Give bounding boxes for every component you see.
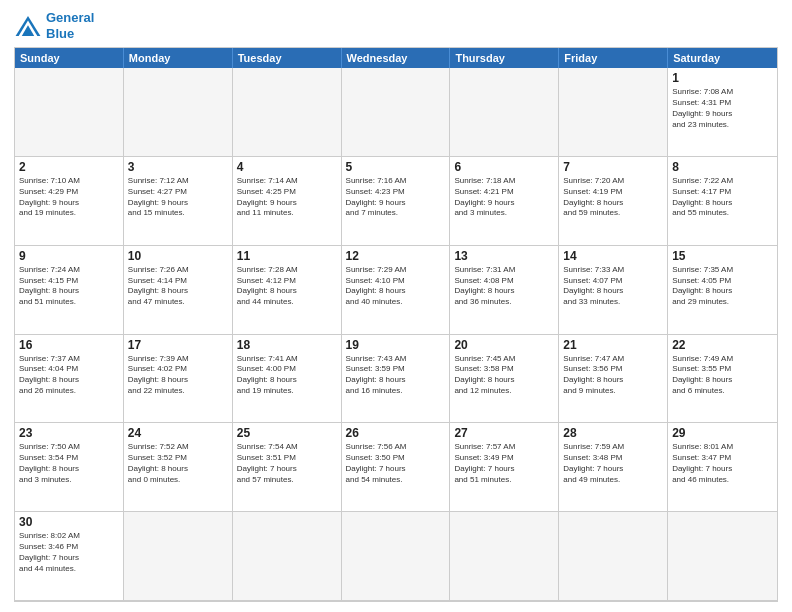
day-info: Sunrise: 7:41 AM Sunset: 4:00 PM Dayligh… (237, 354, 337, 397)
table-row (559, 512, 668, 601)
day-number: 9 (19, 249, 119, 263)
day-info: Sunrise: 7:45 AM Sunset: 3:58 PM Dayligh… (454, 354, 554, 397)
day-info: Sunrise: 7:14 AM Sunset: 4:25 PM Dayligh… (237, 176, 337, 219)
day-number: 24 (128, 426, 228, 440)
day-info: Sunrise: 7:31 AM Sunset: 4:08 PM Dayligh… (454, 265, 554, 308)
table-row (233, 512, 342, 601)
header-sunday: Sunday (15, 48, 124, 68)
table-row (559, 68, 668, 157)
table-row (233, 68, 342, 157)
day-number: 26 (346, 426, 446, 440)
day-number: 14 (563, 249, 663, 263)
logo-area: General Blue (14, 10, 94, 41)
table-row (450, 512, 559, 601)
table-row: 21Sunrise: 7:47 AM Sunset: 3:56 PM Dayli… (559, 335, 668, 424)
header-area: General Blue (14, 10, 778, 41)
day-info: Sunrise: 7:26 AM Sunset: 4:14 PM Dayligh… (128, 265, 228, 308)
table-row: 1Sunrise: 7:08 AM Sunset: 4:31 PM Daylig… (668, 68, 777, 157)
calendar-body: 1Sunrise: 7:08 AM Sunset: 4:31 PM Daylig… (15, 68, 777, 601)
day-info: Sunrise: 7:49 AM Sunset: 3:55 PM Dayligh… (672, 354, 773, 397)
day-info: Sunrise: 7:37 AM Sunset: 4:04 PM Dayligh… (19, 354, 119, 397)
day-info: Sunrise: 7:08 AM Sunset: 4:31 PM Dayligh… (672, 87, 773, 130)
day-number: 25 (237, 426, 337, 440)
calendar-header: Sunday Monday Tuesday Wednesday Thursday… (15, 48, 777, 68)
day-number: 10 (128, 249, 228, 263)
day-number: 2 (19, 160, 119, 174)
day-number: 21 (563, 338, 663, 352)
table-row: 10Sunrise: 7:26 AM Sunset: 4:14 PM Dayli… (124, 246, 233, 335)
day-info: Sunrise: 7:12 AM Sunset: 4:27 PM Dayligh… (128, 176, 228, 219)
day-info: Sunrise: 7:16 AM Sunset: 4:23 PM Dayligh… (346, 176, 446, 219)
table-row: 18Sunrise: 7:41 AM Sunset: 4:00 PM Dayli… (233, 335, 342, 424)
table-row (124, 512, 233, 601)
table-row: 7Sunrise: 7:20 AM Sunset: 4:19 PM Daylig… (559, 157, 668, 246)
day-info: Sunrise: 7:10 AM Sunset: 4:29 PM Dayligh… (19, 176, 119, 219)
day-number: 3 (128, 160, 228, 174)
table-row: 20Sunrise: 7:45 AM Sunset: 3:58 PM Dayli… (450, 335, 559, 424)
day-info: Sunrise: 7:56 AM Sunset: 3:50 PM Dayligh… (346, 442, 446, 485)
day-number: 19 (346, 338, 446, 352)
day-number: 28 (563, 426, 663, 440)
logo-text: General Blue (46, 10, 94, 41)
day-number: 17 (128, 338, 228, 352)
day-number: 7 (563, 160, 663, 174)
table-row: 13Sunrise: 7:31 AM Sunset: 4:08 PM Dayli… (450, 246, 559, 335)
table-row: 17Sunrise: 7:39 AM Sunset: 4:02 PM Dayli… (124, 335, 233, 424)
day-info: Sunrise: 7:22 AM Sunset: 4:17 PM Dayligh… (672, 176, 773, 219)
table-row: 26Sunrise: 7:56 AM Sunset: 3:50 PM Dayli… (342, 423, 451, 512)
page: General Blue Sunday Monday Tuesday Wedne… (0, 0, 792, 612)
day-number: 30 (19, 515, 119, 529)
header-thursday: Thursday (450, 48, 559, 68)
table-row: 12Sunrise: 7:29 AM Sunset: 4:10 PM Dayli… (342, 246, 451, 335)
table-row: 9Sunrise: 7:24 AM Sunset: 4:15 PM Daylig… (15, 246, 124, 335)
table-row: 3Sunrise: 7:12 AM Sunset: 4:27 PM Daylig… (124, 157, 233, 246)
day-info: Sunrise: 7:54 AM Sunset: 3:51 PM Dayligh… (237, 442, 337, 485)
day-info: Sunrise: 7:39 AM Sunset: 4:02 PM Dayligh… (128, 354, 228, 397)
day-number: 13 (454, 249, 554, 263)
day-number: 8 (672, 160, 773, 174)
header-monday: Monday (124, 48, 233, 68)
day-info: Sunrise: 7:57 AM Sunset: 3:49 PM Dayligh… (454, 442, 554, 485)
calendar: Sunday Monday Tuesday Wednesday Thursday… (14, 47, 778, 602)
day-info: Sunrise: 7:24 AM Sunset: 4:15 PM Dayligh… (19, 265, 119, 308)
table-row: 2Sunrise: 7:10 AM Sunset: 4:29 PM Daylig… (15, 157, 124, 246)
day-info: Sunrise: 8:01 AM Sunset: 3:47 PM Dayligh… (672, 442, 773, 485)
day-number: 12 (346, 249, 446, 263)
logo-general: General (46, 10, 94, 25)
day-info: Sunrise: 7:33 AM Sunset: 4:07 PM Dayligh… (563, 265, 663, 308)
table-row: 27Sunrise: 7:57 AM Sunset: 3:49 PM Dayli… (450, 423, 559, 512)
day-number: 27 (454, 426, 554, 440)
day-number: 1 (672, 71, 773, 85)
table-row: 22Sunrise: 7:49 AM Sunset: 3:55 PM Dayli… (668, 335, 777, 424)
day-info: Sunrise: 7:59 AM Sunset: 3:48 PM Dayligh… (563, 442, 663, 485)
day-number: 29 (672, 426, 773, 440)
header-tuesday: Tuesday (233, 48, 342, 68)
day-info: Sunrise: 7:29 AM Sunset: 4:10 PM Dayligh… (346, 265, 446, 308)
logo-blue: Blue (46, 26, 74, 41)
day-info: Sunrise: 8:02 AM Sunset: 3:46 PM Dayligh… (19, 531, 119, 574)
table-row: 29Sunrise: 8:01 AM Sunset: 3:47 PM Dayli… (668, 423, 777, 512)
table-row (15, 68, 124, 157)
day-number: 23 (19, 426, 119, 440)
day-number: 6 (454, 160, 554, 174)
day-info: Sunrise: 7:18 AM Sunset: 4:21 PM Dayligh… (454, 176, 554, 219)
day-info: Sunrise: 7:20 AM Sunset: 4:19 PM Dayligh… (563, 176, 663, 219)
table-row: 5Sunrise: 7:16 AM Sunset: 4:23 PM Daylig… (342, 157, 451, 246)
header-friday: Friday (559, 48, 668, 68)
header-saturday: Saturday (668, 48, 777, 68)
day-info: Sunrise: 7:35 AM Sunset: 4:05 PM Dayligh… (672, 265, 773, 308)
day-info: Sunrise: 7:50 AM Sunset: 3:54 PM Dayligh… (19, 442, 119, 485)
day-number: 18 (237, 338, 337, 352)
day-number: 20 (454, 338, 554, 352)
table-row (342, 512, 451, 601)
table-row: 14Sunrise: 7:33 AM Sunset: 4:07 PM Dayli… (559, 246, 668, 335)
day-number: 4 (237, 160, 337, 174)
generalblue-logo-icon (14, 14, 42, 38)
table-row (342, 68, 451, 157)
header-wednesday: Wednesday (342, 48, 451, 68)
day-info: Sunrise: 7:43 AM Sunset: 3:59 PM Dayligh… (346, 354, 446, 397)
day-info: Sunrise: 7:28 AM Sunset: 4:12 PM Dayligh… (237, 265, 337, 308)
table-row: 16Sunrise: 7:37 AM Sunset: 4:04 PM Dayli… (15, 335, 124, 424)
table-row: 11Sunrise: 7:28 AM Sunset: 4:12 PM Dayli… (233, 246, 342, 335)
day-info: Sunrise: 7:52 AM Sunset: 3:52 PM Dayligh… (128, 442, 228, 485)
